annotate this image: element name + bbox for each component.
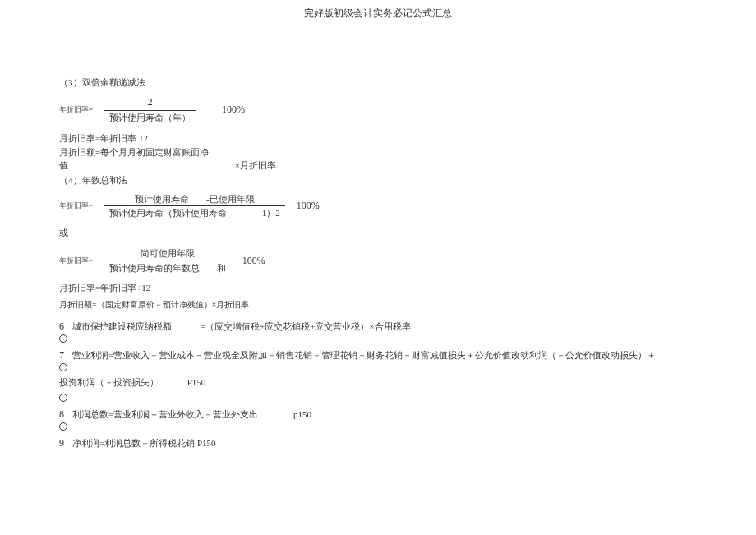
- fraction: 尚可使用年限 预计使用寿命的年数总 和: [104, 247, 231, 274]
- item-number: 8: [59, 408, 64, 421]
- section-4-heading: （4）年数总和法: [59, 174, 697, 187]
- formula-label: 年折旧率=: [59, 104, 93, 115]
- item-6: 6 城市保护建设税应纳税额 =（应交增值税+应交花销税+应交营业税）×合用税率: [59, 321, 697, 333]
- item-text: 利润总数=营业利润＋营业外收入－营业外支出 p150: [72, 408, 311, 421]
- formula-sum-of-years-b: 年折旧率= 尚可使用年限 预计使用寿命的年数总 和 100%: [59, 247, 697, 274]
- percent-sign: 100%: [222, 104, 245, 116]
- circle-bullet-icon: [59, 422, 67, 431]
- item-number: 9: [59, 437, 64, 450]
- item-8: 8 利润总数=营业利润＋营业外收入－营业外支出 p150: [59, 408, 697, 421]
- text-fragment: ×月折旧率: [235, 159, 276, 173]
- formula-label: 年折旧率=: [59, 256, 93, 266]
- percent-sign: 100%: [297, 200, 320, 212]
- item-text: 净利润=利润总数－所得税花销 P150: [72, 437, 216, 450]
- page-ref: p150: [293, 409, 311, 419]
- text-fragment: 城市保护建设税应纳税额: [72, 321, 172, 331]
- text-fragment: -已使用年限: [206, 193, 255, 205]
- formula-sum-of-years-a: 年折旧率= 预计使用寿命 -已使用年限 预计使用寿命（预计使用寿命 1）2 10…: [59, 193, 697, 219]
- text-fragment: 预计使用寿命（预计使用寿命: [109, 208, 227, 218]
- item-text: 城市保护建设税应纳税额 =（应交增值税+应交花销税+应交营业税）×合用税率: [72, 321, 411, 333]
- text-line: 月折旧率=年折旧率÷12: [59, 282, 697, 294]
- text-fragment: 投资利润（－投资损失）: [59, 377, 159, 387]
- text-line: 月折旧率=年折旧率 12: [59, 131, 697, 145]
- item-7-continuation: 投资利润（－投资损失） P150: [59, 376, 697, 389]
- fraction: 预计使用寿命 -已使用年限 预计使用寿命（预计使用寿命 1）2: [104, 193, 285, 219]
- item-text: 营业利润=营业收入－营业成本－营业税金及附加－销售花销－管理花销－财务花销－财富…: [72, 349, 656, 362]
- text-fragment: 利润总数=营业利润＋营业外收入－营业外支出: [72, 409, 258, 419]
- fraction-numerator: 2: [142, 95, 158, 110]
- text-line: 值 ×月折旧率: [59, 159, 697, 173]
- fraction-numerator: 尚可使用年限: [136, 247, 200, 260]
- circle-bullet-icon: [59, 394, 67, 402]
- text-fragment: 和: [217, 262, 226, 274]
- item-number: 6: [59, 321, 64, 333]
- percent-sign: 100%: [242, 255, 265, 267]
- formula-label: 年折旧率=: [59, 201, 93, 211]
- fraction: 2 预计使用寿命（年）: [104, 95, 196, 123]
- text-fragment: 预计使用寿命的年数总: [109, 263, 200, 273]
- fraction-denominator: 预计使用寿命的年数总 和: [104, 261, 231, 274]
- text-fragment: 预计使用寿命: [135, 194, 189, 204]
- section-3-heading: （3）双倍余额递减法: [59, 76, 697, 89]
- text-fragment: 值: [59, 160, 68, 170]
- item-7: 7 营业利润=营业收入－营业成本－营业税金及附加－销售花销－管理花销－财务花销－…: [59, 349, 697, 362]
- circle-bullet-icon: [59, 334, 67, 343]
- item-9: 9 净利润=利润总数－所得税花销 P150: [59, 437, 697, 450]
- text-line: 月折旧额=每个月月初固定财富账面净: [59, 145, 697, 159]
- fraction-denominator: 预计使用寿命（年）: [104, 110, 196, 123]
- text-fragment: 1）2: [262, 207, 280, 219]
- page-title: 完好版初级会计实务必记公式汇总: [59, 0, 697, 70]
- formula-double-declining: 年折旧率= 2 预计使用寿命（年） 100%: [59, 95, 697, 123]
- fraction-denominator: 预计使用寿命（预计使用寿命 1）2: [104, 205, 285, 219]
- text-line: 月折旧额=（固定财富原价－预计净残值）×月折旧率: [59, 299, 697, 311]
- fraction-numerator: 预计使用寿命 -已使用年限: [130, 193, 259, 205]
- page-ref: P150: [187, 377, 206, 387]
- or-separator: 或: [59, 227, 697, 239]
- item-number: 7: [59, 349, 64, 362]
- circle-bullet-icon: [59, 363, 67, 371]
- monthly-depreciation-lines: 月折旧率=年折旧率 12 月折旧额=每个月月初固定财富账面净 值 ×月折旧率: [59, 131, 697, 173]
- text-fragment: =（应交增值税+应交花销税+应交营业税）×合用税率: [201, 321, 411, 333]
